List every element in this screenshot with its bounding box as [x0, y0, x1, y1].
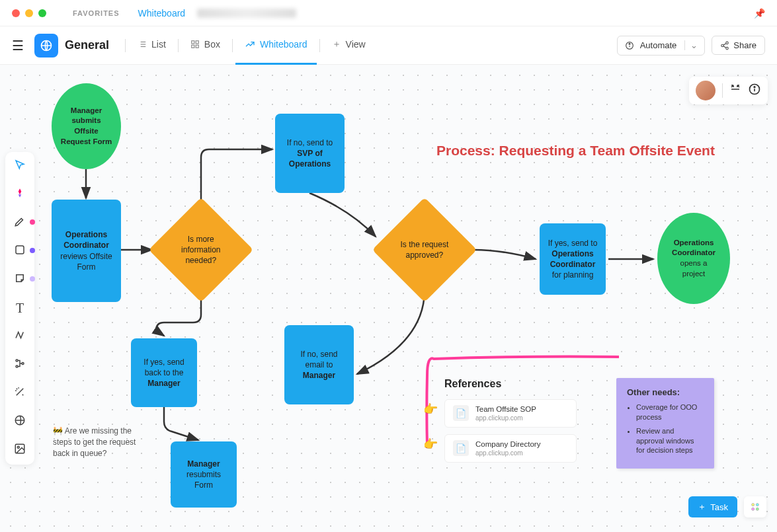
pointer-tool-icon[interactable]: [14, 159, 26, 174]
view-list[interactable]: List: [128, 26, 175, 65]
text-tool-icon[interactable]: T: [16, 301, 24, 316]
svg-point-29: [756, 504, 758, 506]
view-add-label: View: [346, 39, 366, 50]
close-icon[interactable]: [12, 9, 20, 17]
new-task-button[interactable]: ＋ Task: [688, 496, 737, 517]
svg-point-20: [16, 365, 18, 367]
maximize-icon[interactable]: [38, 9, 46, 17]
automate-label: Automate: [640, 40, 677, 50]
send-back-manager-node[interactable]: If yes, sendback to theManager: [131, 338, 197, 407]
task-button-label: Task: [710, 502, 728, 512]
svg-rect-18: [16, 246, 24, 254]
svg-line-17: [723, 46, 726, 47]
doc-icon: 📄: [453, 440, 469, 456]
reference-card[interactable]: 📄 Team Offsite SOPapp.clickup.com: [444, 399, 577, 428]
top-right-controls: [689, 77, 768, 104]
info-icon[interactable]: [748, 83, 761, 99]
other-needs-sticky[interactable]: Other needs: Coverage for OOO process Re…: [616, 378, 714, 469]
list-item: Review and approval windows for decision…: [636, 426, 704, 456]
svp-node[interactable]: If no, send toSVP ofOperations: [275, 114, 345, 193]
view-box-label: Box: [204, 39, 220, 50]
references-panel[interactable]: References 👉 📄 Team Offsite SOPapp.click…: [421, 349, 725, 501]
avatar[interactable]: [696, 81, 716, 100]
automate-button[interactable]: Automate ⌄: [617, 36, 706, 56]
breadcrumb[interactable]: Whiteboard: [138, 8, 186, 19]
view-whiteboard[interactable]: Whiteboard: [235, 26, 317, 65]
svg-point-12: [629, 43, 630, 44]
image-tool-icon[interactable]: [14, 443, 26, 458]
share-label: Share: [733, 40, 757, 50]
pointer-icon: 👉: [423, 437, 438, 451]
planning-node[interactable]: If yes, send toOperationsCoordinatorfor …: [540, 223, 606, 295]
more-info-decision[interactable]: Is more information needed?: [149, 198, 253, 302]
window-controls: [12, 9, 46, 17]
comment-note[interactable]: 🚧 Are we missing the steps to get the re…: [53, 426, 145, 459]
svg-rect-9: [192, 45, 194, 48]
left-toolbar: T: [5, 152, 34, 465]
space-icon[interactable]: [34, 34, 58, 57]
minimize-icon[interactable]: [25, 9, 33, 17]
space-name[interactable]: General: [65, 38, 109, 52]
shape-tool-icon[interactable]: [14, 244, 26, 259]
magic-tool-icon[interactable]: [14, 386, 26, 401]
doc-icon: 📄: [453, 405, 469, 421]
svg-point-19: [16, 360, 18, 361]
ai-tool-icon[interactable]: [14, 187, 26, 202]
svg-point-14: [721, 44, 724, 47]
pin-icon[interactable]: 📌: [754, 8, 765, 19]
titlebar: FAVORITES Whiteboard 📌: [0, 0, 777, 26]
svg-point-30: [752, 508, 755, 510]
reference-card[interactable]: 📄 Company Directoryapp.clickup.com: [444, 434, 577, 463]
approved-decision[interactable]: Is the request approved?: [372, 198, 477, 302]
process-title[interactable]: Process: Requesting a Team Offsite Event: [436, 143, 715, 159]
start-node[interactable]: ManagersubmitsOffsiteRequest Form: [52, 83, 121, 169]
favorites-label: FAVORITES: [73, 9, 120, 17]
svg-line-16: [723, 43, 726, 44]
view-add[interactable]: ＋ View: [323, 26, 375, 65]
menu-icon[interactable]: ☰: [12, 38, 24, 54]
plus-icon: ＋: [698, 501, 706, 513]
list-item: Coverage for OOO process: [636, 402, 704, 422]
svg-point-27: [754, 86, 755, 87]
web-tool-icon[interactable]: [14, 414, 26, 430]
end-node[interactable]: OperationsCoordinatoropens aproject: [657, 213, 730, 304]
references-title: References: [444, 378, 577, 390]
svg-point-21: [22, 363, 24, 365]
view-whiteboard-label: Whiteboard: [260, 39, 307, 50]
fit-icon[interactable]: [729, 83, 741, 98]
pointer-icon: 👉: [423, 402, 438, 416]
share-button[interactable]: Share: [712, 36, 765, 55]
chevron-down-icon[interactable]: ⌄: [684, 40, 698, 50]
svg-point-15: [726, 47, 729, 50]
svg-point-31: [756, 508, 758, 510]
svg-point-24: [17, 446, 19, 448]
breadcrumb-redacted: [197, 9, 296, 18]
svg-rect-7: [192, 41, 194, 44]
other-needs-title: Other needs:: [627, 387, 704, 397]
bottom-right-controls: ＋ Task: [688, 496, 766, 517]
svg-rect-8: [196, 41, 198, 44]
whiteboard-canvas[interactable]: T Process: Requesting a Team Offsite Eve…: [0, 65, 777, 532]
sticky-tool-icon[interactable]: [14, 272, 26, 287]
pen-tool-icon[interactable]: [14, 215, 26, 231]
relationship-tool-icon[interactable]: [14, 358, 26, 373]
svg-rect-10: [196, 45, 198, 48]
svg-point-28: [752, 504, 755, 506]
review-node[interactable]: OperationsCoordinatorreviews Offsite For…: [52, 200, 121, 302]
apps-button[interactable]: [744, 496, 766, 517]
header: ☰ General List Box Whiteboard ＋ View Aut…: [0, 26, 777, 65]
email-manager-node[interactable]: If no, sendemail toManager: [284, 325, 354, 404]
resubmit-node[interactable]: Managerresubmits Form: [171, 441, 237, 508]
view-list-label: List: [151, 39, 166, 50]
connector-tool-icon[interactable]: [14, 329, 26, 344]
svg-point-13: [726, 42, 729, 44]
view-box[interactable]: Box: [181, 26, 229, 65]
